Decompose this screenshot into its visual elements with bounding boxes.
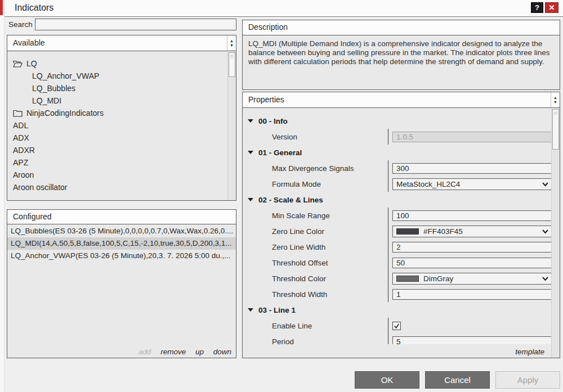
- threshold-width-input[interactable]: [392, 289, 551, 300]
- list-item-label: LQ: [26, 57, 37, 70]
- property-label: Enable Line: [243, 322, 388, 330]
- spin-up-icon: ▲: [553, 96, 557, 100]
- ok-button[interactable]: OK: [355, 371, 419, 389]
- close-button[interactable]: ✕: [545, 2, 558, 13]
- select-value: MetaStock_HL2C4: [396, 180, 460, 188]
- list-item[interactable]: ADX: [7, 132, 227, 144]
- property-row-threshold-width: Threshold Width: [243, 286, 551, 302]
- available-scroll-spinner[interactable]: ▲ ▼: [227, 35, 236, 51]
- help-button[interactable]: ?: [531, 2, 543, 13]
- list-item-label: APZ: [13, 156, 28, 169]
- property-row-version: Version: [243, 129, 551, 145]
- search-input[interactable]: [35, 19, 236, 30]
- list-item[interactable]: APZ: [7, 156, 227, 169]
- template-link[interactable]: template: [515, 348, 544, 356]
- spin-up-icon: ▲: [230, 39, 234, 43]
- list-item[interactable]: LQ_Bubbles: [7, 82, 227, 94]
- list-item[interactable]: ADL: [7, 119, 227, 132]
- property-label: Version: [243, 133, 388, 141]
- help-icon: ?: [535, 3, 539, 12]
- property-group-line-1[interactable]: 03 - Line 1: [243, 302, 551, 318]
- configured-panel: Configured LQ_Bubbles(ES 03-26 (5 Minute…: [7, 209, 236, 358]
- threshold-color-select[interactable]: DimGray: [392, 273, 551, 285]
- properties-scrollbar-thumb[interactable]: [552, 109, 559, 150]
- configured-header-label: Configured: [13, 212, 52, 221]
- window-title: Indicators: [15, 3, 53, 13]
- chevron-down-icon: [542, 229, 548, 234]
- list-item-folder[interactable]: LQ: [7, 57, 227, 70]
- search-label: Search: [8, 20, 33, 29]
- description-header: Description: [243, 20, 560, 35]
- property-group-scale-lines[interactable]: 02 - Scale & Lines: [243, 192, 551, 208]
- list-item-label: NinjaCodingIndicators: [26, 107, 104, 119]
- up-link[interactable]: up: [195, 348, 204, 356]
- period-input[interactable]: [392, 336, 551, 345]
- list-item[interactable]: LQ_MDI: [7, 94, 227, 107]
- list-item-label: LQ_Anchor_VWAP: [32, 70, 99, 82]
- configured-item-selected[interactable]: LQ_MDI(14,A,50,5,B,false,100,5,C,15,-2,1…: [7, 237, 236, 250]
- list-item[interactable]: LQ_Anchor_VWAP: [7, 70, 227, 82]
- property-row-zero-line-color: Zero Line Color #FF403F45: [243, 223, 551, 239]
- property-label: Threshold Width: [243, 290, 388, 299]
- configured-list: LQ_Bubbles(ES 03-26 (5 Minute),0,0,0,0,0…: [7, 225, 236, 262]
- properties-scrollbar[interactable]: [551, 109, 560, 358]
- spin-down-icon: ▼: [553, 100, 557, 105]
- checkmark-icon: [394, 323, 400, 329]
- enable-line-checkbox[interactable]: [392, 322, 401, 330]
- property-label: Min Scale Range: [243, 211, 388, 220]
- list-item[interactable]: Aroon: [7, 169, 227, 181]
- property-label: Max Divergence Signals: [243, 164, 388, 173]
- list-item-label: ADL: [13, 119, 28, 132]
- list-item-folder[interactable]: NinjaCodingIndicators: [7, 107, 227, 119]
- min-scale-range-input[interactable]: [392, 210, 551, 221]
- list-item-label: LQ_Bubbles: [32, 82, 75, 94]
- available-scrollbar[interactable]: [227, 52, 236, 200]
- select-value: #FF403F45: [423, 227, 463, 236]
- group-label: 01 - General: [258, 148, 302, 157]
- property-row-threshold-color: Threshold Color DimGray: [243, 271, 551, 286]
- property-group-info[interactable]: 00 - Info: [243, 113, 551, 129]
- description-panel: Description LQ_MDI (Multiple Demand Inde…: [242, 20, 560, 90]
- property-label: Formula Mode: [243, 180, 388, 188]
- indicators-dialog: Indicators ? ✕ Search Available ▲ ▼ LQ L…: [0, 0, 563, 392]
- close-icon: ✕: [549, 3, 555, 12]
- list-item-label: ADXR: [13, 144, 35, 156]
- properties-scroll-spinner[interactable]: ▲ ▼: [551, 92, 560, 107]
- property-label: Zero Line Color: [243, 227, 388, 236]
- collapse-arrow-icon: [248, 308, 253, 312]
- folder-open-icon: [13, 60, 23, 67]
- property-group-general[interactable]: 01 - General: [243, 145, 551, 160]
- spin-down-icon: ▼: [230, 43, 234, 48]
- property-row-threshold-offset: Threshold Offset: [243, 255, 551, 271]
- max-divergence-signals-input[interactable]: [392, 163, 551, 174]
- configured-item[interactable]: LQ_Bubbles(ES 03-26 (5 Minute),0,0,0,0,0…: [7, 225, 236, 237]
- configured-item[interactable]: LQ_Anchor_VWAP(ES 03-26 (5 Minute),20,3.…: [7, 250, 236, 262]
- apply-button: Apply: [495, 371, 560, 389]
- collapse-arrow-icon: [248, 198, 253, 201]
- add-link[interactable]: add: [138, 348, 151, 356]
- zero-line-width-input[interactable]: [392, 242, 551, 253]
- configured-item-label: LQ_Bubbles(ES 03-26 (5 Minute),0,0,0,0,0…: [11, 227, 233, 235]
- remove-link[interactable]: remove: [160, 348, 186, 356]
- formula-mode-select[interactable]: MetaStock_HL2C4: [392, 178, 551, 190]
- available-scrollbar-thumb[interactable]: [229, 52, 235, 77]
- property-row-max-divergence: Max Divergence Signals: [243, 160, 551, 176]
- chevron-down-icon: [542, 277, 548, 281]
- description-header-label: Description: [248, 22, 288, 31]
- properties-panel: Properties ▲ ▼ 00 - Info Version 01 - Ge…: [242, 92, 560, 358]
- down-link[interactable]: down: [213, 348, 231, 356]
- property-label: Threshold Offset: [243, 259, 388, 267]
- property-row-zero-line-width: Zero Line Width: [243, 239, 551, 255]
- version-input: [392, 132, 551, 142]
- cancel-button[interactable]: Cancel: [425, 371, 490, 389]
- property-row-min-scale: Min Scale Range: [243, 208, 551, 223]
- threshold-offset-input[interactable]: [392, 258, 551, 268]
- zero-line-color-select[interactable]: #FF403F45: [392, 226, 551, 237]
- group-label: 02 - Scale & Lines: [258, 196, 323, 204]
- configured-item-label: LQ_MDI(14,A,50,5,B,false,100,5,C,15,-2,1…: [11, 239, 231, 247]
- collapse-arrow-icon: [248, 151, 253, 154]
- list-item[interactable]: Aroon oscillator: [7, 181, 227, 193]
- list-item-label: LQ_MDI: [32, 94, 61, 107]
- property-label: Threshold Color: [243, 274, 388, 283]
- list-item[interactable]: ADXR: [7, 144, 227, 156]
